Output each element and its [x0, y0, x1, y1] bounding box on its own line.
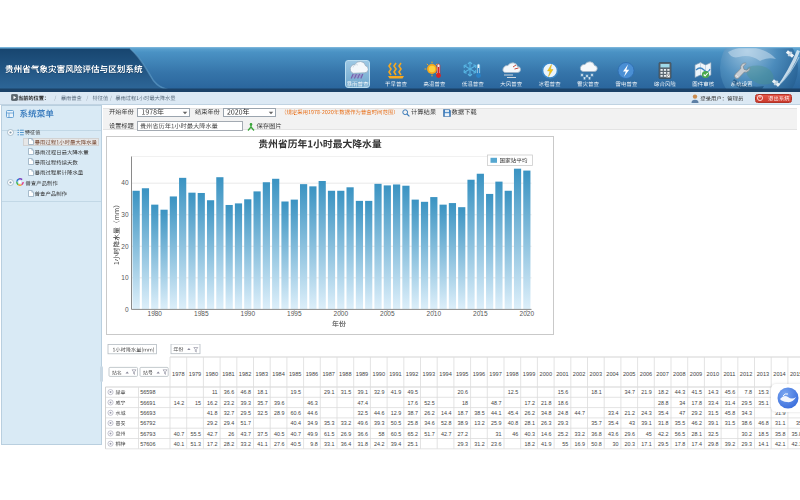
svg-text:31.8: 31.8 — [357, 441, 368, 447]
svg-text:32.5: 32.5 — [708, 431, 719, 437]
svg-text:24.2: 24.2 — [374, 441, 385, 447]
svg-text:46.2: 46.2 — [691, 420, 702, 426]
svg-text:41.5: 41.5 — [691, 389, 702, 395]
svg-text:36.4: 36.4 — [341, 441, 352, 447]
svg-text:42.2: 42.2 — [658, 431, 669, 437]
svg-text:30: 30 — [612, 441, 618, 447]
svg-text:46.8: 46.8 — [758, 420, 769, 426]
svg-text:17.2: 17.2 — [524, 400, 535, 406]
svg-text:46: 46 — [512, 431, 518, 437]
svg-text:14.6: 14.6 — [541, 431, 552, 437]
svg-text:29.1: 29.1 — [324, 389, 335, 395]
svg-text:1991: 1991 — [389, 371, 401, 377]
svg-text:49.6: 49.6 — [357, 420, 368, 426]
svg-text:35.7: 35.7 — [257, 400, 268, 406]
svg-text:1985: 1985 — [194, 310, 209, 317]
svg-text:29.5: 29.5 — [658, 441, 669, 447]
svg-text:1987: 1987 — [322, 371, 334, 377]
svg-text:2010: 2010 — [707, 371, 719, 377]
svg-text:29.3: 29.3 — [458, 441, 469, 447]
svg-text:18.1: 18.1 — [257, 389, 268, 395]
svg-text:40.4: 40.4 — [291, 420, 302, 426]
svg-text:40.3: 40.3 — [524, 431, 535, 437]
svg-text:38.9: 38.9 — [458, 420, 469, 426]
svg-text:30.2: 30.2 — [742, 431, 753, 437]
svg-text:31: 31 — [496, 431, 502, 437]
svg-text:24.8: 24.8 — [558, 410, 569, 416]
svg-text:29.4: 29.4 — [224, 420, 235, 426]
svg-text:49.5: 49.5 — [408, 389, 419, 395]
svg-text:34.7: 34.7 — [625, 389, 636, 395]
svg-text:21.8: 21.8 — [541, 400, 552, 406]
svg-text:2003: 2003 — [590, 371, 602, 377]
svg-text:47.4: 47.4 — [357, 400, 368, 406]
svg-text:28.1: 28.1 — [524, 420, 535, 426]
svg-text:35.4: 35.4 — [608, 420, 619, 426]
svg-text:16.2: 16.2 — [207, 400, 218, 406]
svg-text:28.9: 28.9 — [274, 410, 285, 416]
svg-text:51.7: 51.7 — [424, 431, 435, 437]
svg-text:50.5: 50.5 — [391, 420, 402, 426]
svg-text:32.9: 32.9 — [374, 389, 385, 395]
svg-text:40.5: 40.5 — [274, 431, 285, 437]
svg-text:26.9: 26.9 — [341, 431, 352, 437]
svg-text:32.7: 32.7 — [224, 410, 235, 416]
svg-text:38.6: 38.6 — [742, 420, 753, 426]
svg-text:29.5: 29.5 — [742, 400, 753, 406]
svg-text:44.7: 44.7 — [575, 410, 586, 416]
svg-text:2000: 2000 — [334, 310, 349, 317]
svg-text:56792: 56792 — [140, 420, 155, 426]
svg-text:1980: 1980 — [148, 310, 163, 317]
svg-text:31.5: 31.5 — [341, 389, 352, 395]
svg-text:1999: 1999 — [523, 371, 535, 377]
svg-text:32.5: 32.5 — [257, 410, 268, 416]
svg-text:55: 55 — [562, 441, 568, 447]
svg-text:26.2: 26.2 — [524, 410, 535, 416]
svg-text:25.1: 25.1 — [408, 441, 419, 447]
svg-text:26: 26 — [228, 431, 234, 437]
svg-text:15.6: 15.6 — [558, 389, 569, 395]
svg-text:2007: 2007 — [656, 371, 668, 377]
svg-text:51.7: 51.7 — [241, 420, 252, 426]
svg-text:13.2: 13.2 — [474, 420, 485, 426]
svg-text:39.1: 39.1 — [641, 420, 652, 426]
svg-text:57606: 57606 — [140, 441, 155, 447]
svg-text:33.2: 33.2 — [575, 431, 586, 437]
svg-text:1998: 1998 — [506, 371, 518, 377]
svg-text:33.4: 33.4 — [708, 400, 719, 406]
svg-text:1979: 1979 — [189, 371, 201, 377]
svg-text:31.8: 31.8 — [658, 420, 669, 426]
svg-text:28.2: 28.2 — [224, 441, 235, 447]
svg-text:1978: 1978 — [172, 371, 184, 377]
svg-text:43: 43 — [629, 420, 635, 426]
svg-text:7.8: 7.8 — [745, 389, 753, 395]
svg-text:27.2: 27.2 — [458, 431, 469, 437]
svg-text:1981: 1981 — [222, 371, 234, 377]
svg-text:18.1: 18.1 — [591, 389, 602, 395]
svg-text:34.3: 34.3 — [742, 410, 753, 416]
svg-text:25.9: 25.9 — [491, 420, 502, 426]
svg-text:1989: 1989 — [356, 371, 368, 377]
svg-text:21.9: 21.9 — [641, 389, 652, 395]
svg-text:2004: 2004 — [606, 371, 618, 377]
svg-text:1993: 1993 — [423, 371, 435, 377]
svg-text:46.8: 46.8 — [241, 389, 252, 395]
svg-text:1995: 1995 — [456, 371, 468, 377]
svg-text:17.8: 17.8 — [691, 400, 702, 406]
svg-text:51.3: 51.3 — [190, 441, 201, 447]
svg-text:21.2: 21.2 — [625, 410, 636, 416]
svg-text:35.3: 35.3 — [324, 420, 335, 426]
svg-text:30: 30 — [121, 211, 129, 218]
svg-text:1995: 1995 — [287, 310, 302, 317]
svg-text:28.1: 28.1 — [691, 431, 702, 437]
svg-text:43.6: 43.6 — [608, 431, 619, 437]
svg-text:18.5: 18.5 — [758, 431, 769, 437]
svg-text:26.3: 26.3 — [541, 420, 552, 426]
svg-text:25.8: 25.8 — [408, 420, 419, 426]
svg-text:44.3: 44.3 — [675, 389, 686, 395]
svg-text:15.3: 15.3 — [758, 389, 769, 395]
svg-text:2006: 2006 — [640, 371, 652, 377]
svg-text:43.7: 43.7 — [241, 431, 252, 437]
svg-text:25.2: 25.2 — [558, 431, 569, 437]
svg-text:2000: 2000 — [540, 371, 552, 377]
